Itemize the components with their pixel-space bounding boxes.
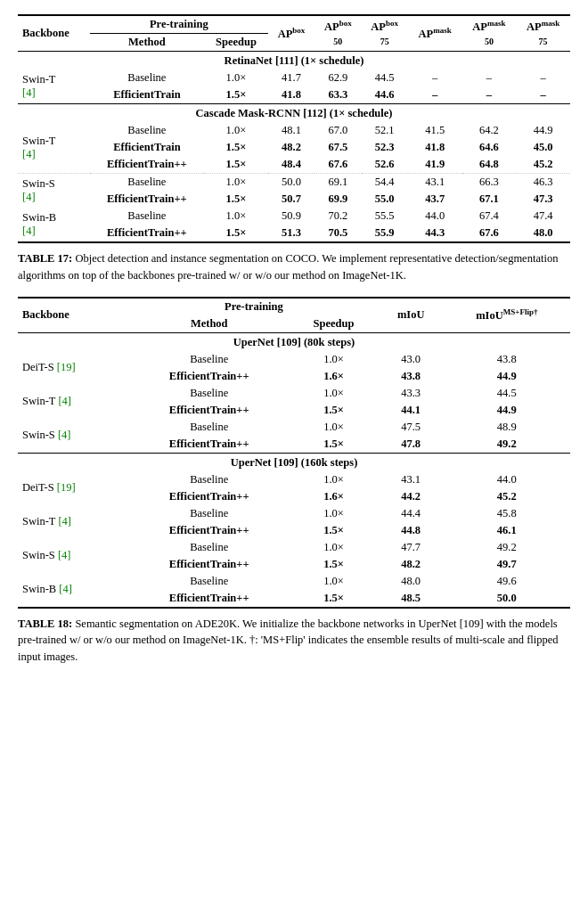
table-row: EfficientTrain++ 1.5× 50.7 69.9 55.0 43.… [18,191,570,208]
apbox-val: 41.8 [268,86,314,104]
method-cell: Baseline [90,208,204,225]
apmask75-val: 47.3 [516,191,570,208]
col-miou: mIoU [379,298,444,333]
speedup-cell: 1.0× [289,505,378,522]
apmask-val: 44.3 [408,225,462,242]
speedup-cell: 1.6× [289,488,378,505]
table17-caption: TABLE 17: Object detection and instance … [18,250,570,284]
speedup-cell: 1.0× [289,471,378,488]
method-cell: EfficientTrain++ [129,436,289,454]
apmask75-val: 46.3 [516,174,570,192]
apbox75-val: 55.0 [362,191,408,208]
backbone-ref: [19] [57,361,76,373]
retina-header: RetinaNet [111] (1× schedule) [18,52,570,70]
col-method: Method [90,34,204,52]
miou-ms-val: 50.0 [444,590,570,608]
table-row: Swin-S [4] Baseline 1.0× 47.5 48.9 [18,419,570,436]
miou-ms-val: 49.2 [444,436,570,454]
speedup-cell: 1.0× [289,539,378,556]
apbox-sup: box [292,26,305,35]
speedup-cell: 1.5× [289,436,378,454]
apbox75-val: 55.5 [362,208,408,225]
retina-header-row: RetinaNet [111] (1× schedule) [18,52,570,70]
miou-ms-val: 48.9 [444,419,570,436]
miou-ms-val: 49.2 [444,539,570,556]
apbox50-val: 69.9 [314,191,361,208]
speedup-cell: 1.0× [204,122,268,139]
col-miou-ms: mIoUMS+Flip† [444,298,570,333]
method-cell: EfficientTrain [90,139,204,156]
apbox50-val: 67.0 [314,122,361,139]
speedup-cell: 1.0× [204,174,268,192]
table-row: Swin-B[4] Baseline 1.0× 50.9 70.2 55.5 4… [18,208,570,225]
miou-val: 43.3 [379,385,444,402]
apmask75-val: – [516,70,570,86]
apmask-val: 43.1 [408,174,462,192]
apmask50-val: 67.6 [462,225,517,242]
apbox50-val: 69.1 [314,174,361,192]
apbox75-val: 52.6 [362,156,408,174]
miou-val: 47.7 [379,539,444,556]
apbox-val: 50.0 [268,174,314,192]
backbone-ref: [4] [22,148,36,160]
speedup-cell: 1.5× [204,86,268,104]
apbox-val: 41.7 [268,70,314,86]
apmask-val: 44.0 [408,208,462,225]
miou-val: 43.0 [379,351,444,368]
miou-val: 43.1 [379,471,444,488]
table-row: Swin-T [4] Baseline 1.0× 43.3 44.5 [18,385,570,402]
method-cell: Baseline [129,573,289,590]
apbox75-val: 52.1 [362,122,408,139]
apbox-val: 50.9 [268,208,314,225]
apmask50-val: 64.2 [462,122,517,139]
miou-ms-val: 43.8 [444,351,570,368]
speedup-cell: 1.0× [289,385,378,402]
method-cell: Baseline [129,505,289,522]
speedup-cell: 1.5× [289,402,378,419]
method-cell: Baseline [90,174,204,192]
apbox50-val: 70.5 [314,225,361,242]
speedup-cell: 1.5× [289,522,378,539]
apmask-val: 41.9 [408,156,462,174]
table-row: Swin-S[4] Baseline 1.0× 50.0 69.1 54.4 4… [18,174,570,192]
miou-val: 48.2 [379,556,444,573]
caption18-label: TABLE 18: [18,617,72,630]
method-cell: EfficientTrain++ [90,191,204,208]
apmask75-val: – [516,86,570,104]
miou-ms-val: 44.9 [444,402,570,419]
method-cell: EfficientTrain++ [129,368,289,385]
apbox75-val: 54.4 [362,174,408,192]
apmask-val: 41.5 [408,122,462,139]
caption-label: TABLE 17: [18,252,72,265]
apbox-val: 48.4 [268,156,314,174]
backbone-cell: Swin-B[4] [18,208,90,242]
miou-ms-val: 49.7 [444,556,570,573]
backbone-ref: [4] [59,583,72,595]
apbox75-val: 44.6 [362,86,408,104]
speedup-cell: 1.5× [204,225,268,242]
backbone-cell: DeiT-S [19] [18,471,129,505]
apbox-val: 48.2 [268,139,314,156]
apbox75-val: 55.9 [362,225,408,242]
miou-val: 44.8 [379,522,444,539]
col-apmask: APmask [408,15,462,52]
apmask50-val: 66.3 [462,174,517,192]
upernet80k-header-row: UperNet [109] (80k steps) [18,332,570,351]
apmask50-val: 64.8 [462,156,517,174]
table-row: EfficientTrain++ 1.5× 51.3 70.5 55.9 44.… [18,225,570,242]
col-apbox75: APbox75 [362,15,408,52]
caption18-text: Semantic segmentation on ADE20K. We init… [18,617,559,664]
apmask75-val: 45.0 [516,139,570,156]
apmask50-val: 67.1 [462,191,517,208]
col-apbox50: APbox50 [314,15,361,52]
miou-ms-val: 46.1 [444,522,570,539]
apmask75-val: 47.4 [516,208,570,225]
table-row: Swin-S [4] Baseline 1.0× 47.7 49.2 [18,539,570,556]
speedup-cell: 1.5× [204,191,268,208]
method-cell: EfficientTrain++ [129,590,289,608]
cascade-header-row: Cascade Mask-RCNN [112] (1× schedule) [18,104,570,123]
method-cell: EfficientTrain++ [129,556,289,573]
backbone-cell: Swin-B [4] [18,573,129,608]
miou-ms-val: 44.5 [444,385,570,402]
upernet80k-header: UperNet [109] (80k steps) [18,332,570,351]
